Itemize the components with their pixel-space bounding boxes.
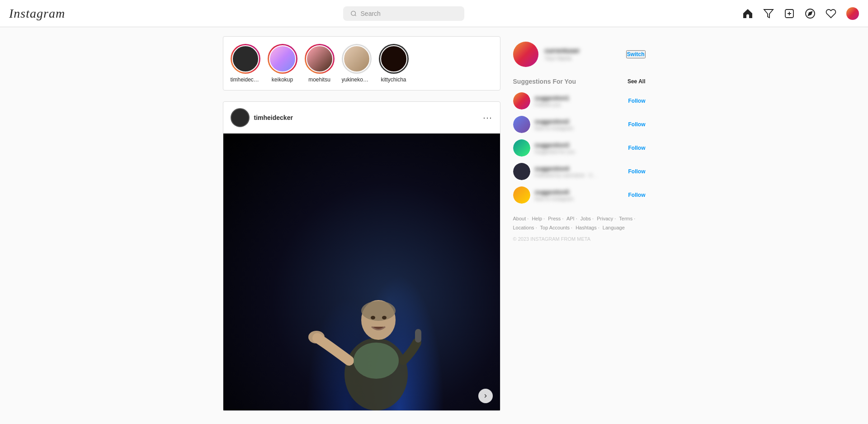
footer-link-top accounts[interactable]: Top Accounts · <box>540 225 573 230</box>
story-username: moehitsu <box>308 76 330 83</box>
suggestion-item-3: suggestion4Followed by username · 3 othe… <box>513 163 646 180</box>
suggestion-username[interactable]: suggestion3 <box>535 142 624 148</box>
suggestion-item-1: suggestion2New to InstagramFollow <box>513 116 646 133</box>
sidebar-user-info: currentuser Your Name <box>545 47 620 62</box>
suggestion-sub: New to Instagram <box>535 125 598 131</box>
story-username: kittychicha <box>381 76 406 83</box>
suggestion-info: suggestion4Followed by username · 3 othe… <box>535 165 624 178</box>
suggestion-username[interactable]: suggestion4 <box>535 165 624 172</box>
main-layout: timheideckerkeikokupmoehitsuyukineko170k… <box>0 0 868 411</box>
story-avatar-yukineko170 <box>343 45 370 72</box>
story-ring <box>342 44 372 74</box>
follow-button-3[interactable]: Follow <box>628 168 646 175</box>
next-post-arrow[interactable] <box>478 389 493 403</box>
suggestion-username[interactable]: suggestion5 <box>535 189 624 195</box>
svg-marker-3 <box>808 11 812 15</box>
follow-button-0[interactable]: Follow <box>628 98 646 104</box>
story-item-keikokup[interactable]: keikokup <box>268 44 297 83</box>
post-avatar <box>231 108 250 127</box>
suggestion-info: suggestion1Follows you <box>535 95 624 107</box>
footer-link-terms[interactable]: Terms · <box>619 216 635 221</box>
suggestion-info: suggestion5New to Instagram <box>535 189 624 201</box>
new-post-icon[interactable] <box>784 8 795 19</box>
story-item-moehitsu[interactable]: moehitsu <box>305 44 335 83</box>
suggestion-sub: New to Instagram <box>535 196 598 201</box>
suggestion-avatar <box>513 92 530 110</box>
story-item-timheidecker[interactable]: timheidecker <box>231 44 260 83</box>
svg-point-11 <box>308 331 325 343</box>
footer-link-privacy[interactable]: Privacy · <box>597 216 616 221</box>
home-icon[interactable] <box>742 8 753 19</box>
footer-link-locations[interactable]: Locations · <box>513 225 537 230</box>
stories-container: timheideckerkeikokupmoehitsuyukineko170k… <box>223 36 500 91</box>
feed-column: timheideckerkeikokupmoehitsuyukineko170k… <box>223 36 500 411</box>
post-image[interactable] <box>223 133 500 410</box>
story-item-kittychicha[interactable]: kittychicha <box>379 44 409 83</box>
see-all-button[interactable]: See All <box>627 78 646 85</box>
copyright: © 2023 INSTAGRAM FROM META <box>513 236 646 242</box>
suggestion-avatar <box>513 163 530 180</box>
heart-icon[interactable] <box>826 8 836 19</box>
footer-link-hashtags[interactable]: Hashtags · <box>576 225 599 230</box>
search-bar[interactable] <box>343 6 464 21</box>
story-username: keikokup <box>272 76 293 83</box>
suggestion-item-0: suggestion1Follows youFollow <box>513 92 646 110</box>
suggestion-sub: Follows you <box>535 102 598 107</box>
footer-link-about[interactable]: About · <box>513 216 529 221</box>
post-username: timheidecker <box>254 114 293 121</box>
search-input[interactable] <box>361 10 458 17</box>
story-avatar-keikokup <box>269 45 296 72</box>
post-header: timheidecker ··· <box>223 102 500 133</box>
sidebar-name: Your Name <box>545 55 620 62</box>
story-item-yukineko170[interactable]: yukineko170 <box>342 44 372 83</box>
suggestion-info: suggestion2New to Instagram <box>535 118 624 131</box>
suggestion-item-2: suggestion3Suggested for youFollow <box>513 139 646 157</box>
story-ring <box>305 44 335 74</box>
story-avatar-moehitsu <box>306 45 333 72</box>
footer-link-language[interactable]: Language <box>603 225 625 230</box>
explore-icon[interactable] <box>805 8 816 19</box>
suggestion-info: suggestion3Suggested for you <box>535 142 624 154</box>
suggestions-header: Suggestions For You See All <box>513 78 646 85</box>
header: Instagram <box>0 0 868 27</box>
follow-button-1[interactable]: Follow <box>628 121 646 128</box>
user-avatar[interactable] <box>846 7 859 20</box>
suggestion-sub: Followed by username · 3 others <box>535 172 598 178</box>
svg-point-10 <box>382 316 387 319</box>
footer-link-help[interactable]: Help · <box>532 216 545 221</box>
sidebar-username: currentuser <box>545 47 620 54</box>
post-user[interactable]: timheidecker <box>231 108 293 127</box>
post-more-button[interactable]: ··· <box>483 113 492 123</box>
sidebar-footer: About · Help · Press · API · Jobs · Priv… <box>513 214 646 242</box>
footer-link-press[interactable]: Press · <box>548 216 563 221</box>
suggestions-list: suggestion1Follows youFollowsuggestion2N… <box>513 92 646 204</box>
svg-rect-7 <box>415 329 421 343</box>
suggestion-sub: Suggested for you <box>535 149 598 154</box>
story-username: yukineko170 <box>342 76 372 83</box>
suggestion-item-4: suggestion5New to InstagramFollow <box>513 186 646 204</box>
svg-point-0 <box>351 11 356 15</box>
nav-icons <box>742 7 859 20</box>
suggestion-avatar <box>513 139 530 157</box>
suggestion-avatar <box>513 116 530 133</box>
story-avatar-kittychicha <box>380 45 407 72</box>
suggestions-title: Suggestions For You <box>513 78 576 85</box>
footer-link-jobs[interactable]: Jobs · <box>580 216 594 221</box>
sidebar-column: currentuser Your Name Switch Suggestions… <box>513 36 646 411</box>
messages-icon[interactable] <box>763 8 774 19</box>
suggestion-username[interactable]: suggestion2 <box>535 118 624 125</box>
post-scene <box>223 133 500 410</box>
switch-button[interactable]: Switch <box>626 50 646 58</box>
svg-point-8 <box>354 343 399 379</box>
story-ring <box>231 44 260 74</box>
instagram-logo: Instagram <box>9 6 65 21</box>
sidebar-user-avatar[interactable] <box>513 42 538 67</box>
search-icon <box>350 10 357 17</box>
svg-point-9 <box>371 316 375 319</box>
follow-button-4[interactable]: Follow <box>628 192 646 198</box>
follow-button-2[interactable]: Follow <box>628 145 646 151</box>
story-username: timheidecker <box>231 76 260 83</box>
sidebar-links: About · Help · Press · API · Jobs · Priv… <box>513 214 646 233</box>
footer-link-api[interactable]: API · <box>566 216 577 221</box>
suggestion-username[interactable]: suggestion1 <box>535 95 624 101</box>
